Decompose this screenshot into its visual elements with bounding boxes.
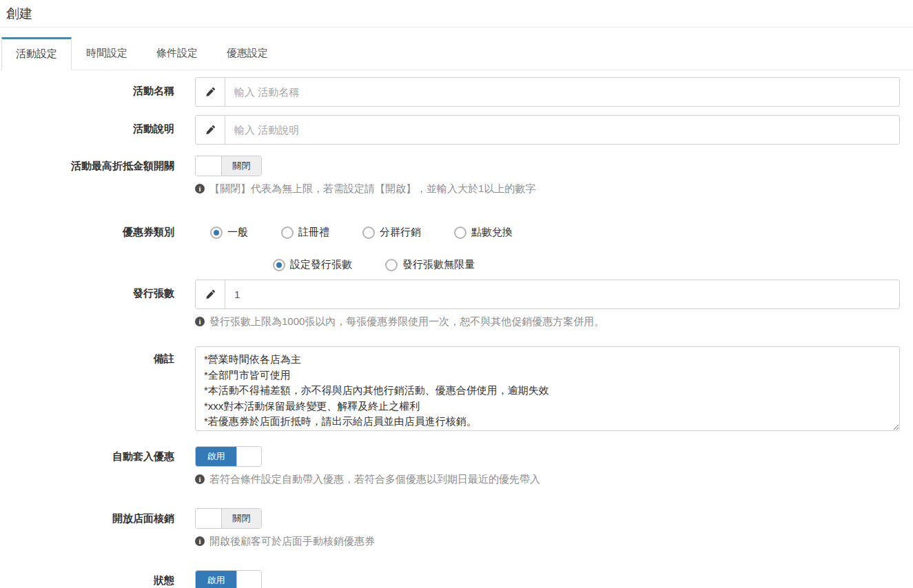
page-title: 創建 [6,5,906,23]
tab-bar: 活動設定 時間設定 條件設定 優惠設定 [0,37,913,70]
radio-label: 一般 [227,226,248,239]
field-label: 活動說明 [0,115,174,136]
hint-text: 若符合條件設定自動帶入優惠，若符合多個優惠以到期日最近的優先帶入 [209,472,540,486]
field-hint: i 發行張數上限為1000張以內，每張優惠券限使用一次，恕不與其他促銷優惠方案併… [195,315,900,328]
form-row: 發行張數 i 發行張數上限為1000張以內，每張優惠券限使用一次，恕不與其他促銷… [0,280,913,328]
radio-icon [454,227,466,239]
field-label: 備註 [0,346,174,366]
form-row: 優惠券類別 一般 註冊禮 分群行銷 點數兌換 [0,224,913,271]
tab-condition-settings[interactable]: 條件設定 [142,37,212,70]
radio-icon [273,259,285,271]
radio-option-general[interactable]: 一般 [210,226,248,239]
hint-text: 【關閉】代表為無上限，若需設定請【開啟】，並輸入大於1以上的數字 [209,182,535,196]
toggle-state-label: 關閉 [222,509,261,528]
field-label: 活動名稱 [0,77,174,98]
pencil-icon [196,78,225,106]
info-icon: i [195,536,205,546]
toggle-state-label: 關閉 [222,156,261,176]
info-icon: i [195,184,205,193]
form-row: 狀態 啟用 [0,570,913,588]
info-icon: i [195,317,205,326]
form-row: 活動說明 [0,115,913,145]
field-label: 狀態 [0,570,174,587]
issue-count-input-group [195,280,900,309]
radio-option-points-exchange[interactable]: 點數兌換 [454,226,513,239]
radio-option-segment-marketing[interactable]: 分群行銷 [362,226,421,239]
field-label: 自動套入優惠 [0,446,174,463]
tab-discount-settings[interactable]: 優惠設定 [212,37,283,70]
activity-name-input-group [195,77,900,107]
radio-option-unlimited-issue[interactable]: 發行張數無限量 [385,258,475,271]
toggle-state-label: 啟用 [196,447,236,466]
pencil-icon [196,280,225,308]
tab-activity-settings[interactable]: 活動設定 [1,37,72,70]
activity-desc-input-group [195,115,900,145]
form-row: 自動套入優惠 啟用 i 若符合條件設定自動帶入優惠，若符合多個優惠以到期日最近的… [0,446,913,486]
radio-icon [210,227,223,239]
field-label: 發行張數 [0,280,174,300]
hint-text: 發行張數上限為1000張以內，每張優惠券限使用一次，恕不與其他促銷優惠方案併用。 [209,315,604,328]
radio-label: 分群行銷 [380,226,421,239]
radio-label: 註冊禮 [298,226,329,239]
form-row: 開放店面核銷 關閉 i 開啟後顧客可於店面手動核銷優惠券 [0,508,913,548]
page-header: 創建 [0,0,913,28]
issue-mode-options: 設定發行張數 發行張數無限量 [195,257,900,271]
pencil-icon [196,116,225,144]
auto-apply-toggle[interactable]: 啟用 [195,446,262,467]
radio-icon [385,259,398,271]
activity-desc-input[interactable] [225,116,899,144]
radio-label: 發行張數無限量 [402,258,475,271]
radio-option-register-gift[interactable]: 註冊禮 [281,226,329,239]
toggle-knob [196,509,222,528]
radio-label: 點數兌換 [471,226,513,239]
activity-name-input[interactable] [225,78,899,106]
radio-icon [362,227,375,239]
tab-time-settings[interactable]: 時間設定 [72,37,142,70]
issue-count-input[interactable] [225,280,899,308]
max-discount-toggle[interactable]: 關閉 [195,156,262,176]
field-hint: i 若符合條件設定自動帶入優惠，若符合多個優惠以到期日最近的優先帶入 [195,472,900,486]
field-label: 優惠券類別 [0,224,174,239]
toggle-knob [236,447,261,466]
activity-settings-form: 活動名稱 活動說明 活動最高折抵金額開關 [0,70,913,588]
radio-label: 設定發行張數 [290,258,352,271]
toggle-state-label: 啟用 [196,571,236,588]
info-icon: i [195,474,205,484]
field-label: 活動最高折抵金額開關 [0,156,174,173]
toggle-knob [236,571,261,588]
field-hint: i 【關閉】代表為無上限，若需設定請【開啟】，並輸入大於1以上的數字 [195,182,900,196]
form-row: 活動最高折抵金額開關 關閉 i 【關閉】代表為無上限，若需設定請【開啟】，並輸入… [0,156,913,196]
radio-icon [281,227,294,239]
hint-text: 開啟後顧客可於店面手動核銷優惠券 [209,534,375,548]
field-label: 開放店面核銷 [0,508,174,525]
coupon-category-options: 一般 註冊禮 分群行銷 點數兌換 [195,224,900,239]
radio-option-set-issue-count[interactable]: 設定發行張數 [273,258,352,271]
remarks-textarea[interactable]: *營業時間依各店為主 *全部門市皆可使用 *本活動不得補差額，亦不得與店內其他行… [195,346,900,431]
field-hint: i 開啟後顧客可於店面手動核銷優惠券 [195,534,900,548]
form-row: 備註 *營業時間依各店為主 *全部門市皆可使用 *本活動不得補差額，亦不得與店內… [0,346,913,434]
toggle-knob [196,156,222,176]
store-redeem-toggle[interactable]: 關閉 [195,508,262,529]
form-row: 活動名稱 [0,77,913,107]
status-toggle[interactable]: 啟用 [195,570,262,588]
